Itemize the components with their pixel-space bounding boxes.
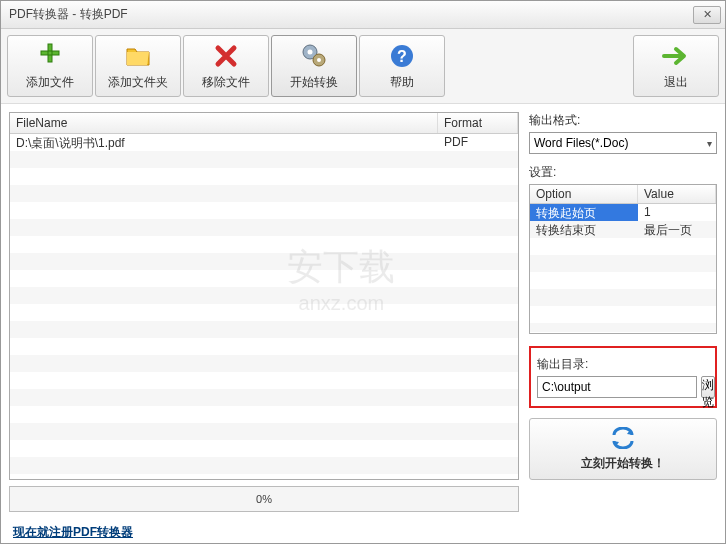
output-format-label: 输出格式: xyxy=(529,112,717,129)
header-filename[interactable]: FileName xyxy=(10,113,438,133)
toolbar: 添加文件 添加文件夹 移除文件 开始转换 ? 帮助 退出 xyxy=(1,29,725,104)
add-file-label: 添加文件 xyxy=(26,74,74,91)
progress-area: 0% xyxy=(9,486,519,512)
exit-label: 退出 xyxy=(664,74,688,91)
browse-button[interactable]: 浏览 xyxy=(701,376,715,398)
cell-filename: D:\桌面\说明书\1.pdf xyxy=(10,134,438,151)
convert-now-button[interactable]: 立刻开始转换！ xyxy=(529,418,717,480)
close-button[interactable]: ✕ xyxy=(693,6,721,24)
settings-table: Option Value 转换起始页 1 转换结束页 最后一页 xyxy=(529,184,717,334)
titlebar: PDF转换器 - 转换PDF ✕ xyxy=(1,1,725,29)
exit-button[interactable]: 退出 xyxy=(633,35,719,97)
header-format[interactable]: Format xyxy=(438,113,518,133)
help-icon: ? xyxy=(388,42,416,70)
window-title: PDF转换器 - 转换PDF xyxy=(9,6,128,23)
settings-label: 设置: xyxy=(529,164,717,181)
settings-option: 转换结束页 xyxy=(530,221,638,238)
svg-text:?: ? xyxy=(397,48,407,65)
svg-point-5 xyxy=(308,49,313,54)
add-folder-label: 添加文件夹 xyxy=(108,74,168,91)
settings-value: 最后一页 xyxy=(638,221,716,238)
help-button[interactable]: ? 帮助 xyxy=(359,35,445,97)
settings-header-option[interactable]: Option xyxy=(530,185,638,203)
start-convert-button[interactable]: 开始转换 xyxy=(271,35,357,97)
right-panel: 输出格式: Word Files(*.Doc) ▾ 设置: Option Val… xyxy=(529,112,717,512)
cell-format: PDF xyxy=(438,134,518,151)
output-format-combo[interactable]: Word Files(*.Doc) ▾ xyxy=(529,132,717,154)
settings-option: 转换起始页 xyxy=(530,204,638,221)
left-panel: FileName Format D:\桌面\说明书\1.pdf PDF 0% xyxy=(9,112,519,512)
settings-header-value[interactable]: Value xyxy=(638,185,716,203)
table-row[interactable]: D:\桌面\说明书\1.pdf PDF xyxy=(10,134,518,151)
main-area: FileName Format D:\桌面\说明书\1.pdf PDF 0% 输… xyxy=(1,104,725,520)
remove-file-button[interactable]: 移除文件 xyxy=(183,35,269,97)
folder-icon xyxy=(124,42,152,70)
file-table-header: FileName Format xyxy=(10,113,518,134)
gears-icon xyxy=(300,42,328,70)
register-link[interactable]: 现在就注册PDF转换器 xyxy=(13,525,133,539)
chevron-down-icon: ▾ xyxy=(707,138,712,149)
file-table: FileName Format D:\桌面\说明书\1.pdf PDF xyxy=(9,112,519,480)
output-dir-label: 输出目录: xyxy=(537,356,709,373)
settings-value: 1 xyxy=(638,204,716,221)
svg-rect-1 xyxy=(48,44,52,62)
add-folder-button[interactable]: 添加文件夹 xyxy=(95,35,181,97)
settings-row[interactable]: 转换起始页 1 xyxy=(530,204,716,221)
output-directory-box: 输出目录: 浏览 xyxy=(529,346,717,408)
progress-text: 0% xyxy=(18,493,510,505)
close-icon: ✕ xyxy=(703,8,712,21)
start-convert-label: 开始转换 xyxy=(290,74,338,91)
help-label: 帮助 xyxy=(390,74,414,91)
convert-now-label: 立刻开始转换！ xyxy=(581,455,665,472)
output-dir-input[interactable] xyxy=(537,376,697,398)
remove-file-label: 移除文件 xyxy=(202,74,250,91)
add-file-icon xyxy=(36,42,64,70)
footer: 现在就注册PDF转换器 xyxy=(1,520,725,544)
remove-icon xyxy=(212,42,240,70)
refresh-icon xyxy=(610,427,636,452)
output-format-value: Word Files(*.Doc) xyxy=(534,136,628,150)
file-table-body[interactable]: D:\桌面\说明书\1.pdf PDF xyxy=(10,134,518,479)
exit-icon xyxy=(662,42,690,70)
settings-header: Option Value xyxy=(530,185,716,204)
svg-point-7 xyxy=(317,58,321,62)
settings-row[interactable]: 转换结束页 最后一页 xyxy=(530,221,716,238)
add-file-button[interactable]: 添加文件 xyxy=(7,35,93,97)
settings-body: 转换起始页 1 转换结束页 最后一页 xyxy=(530,204,716,332)
